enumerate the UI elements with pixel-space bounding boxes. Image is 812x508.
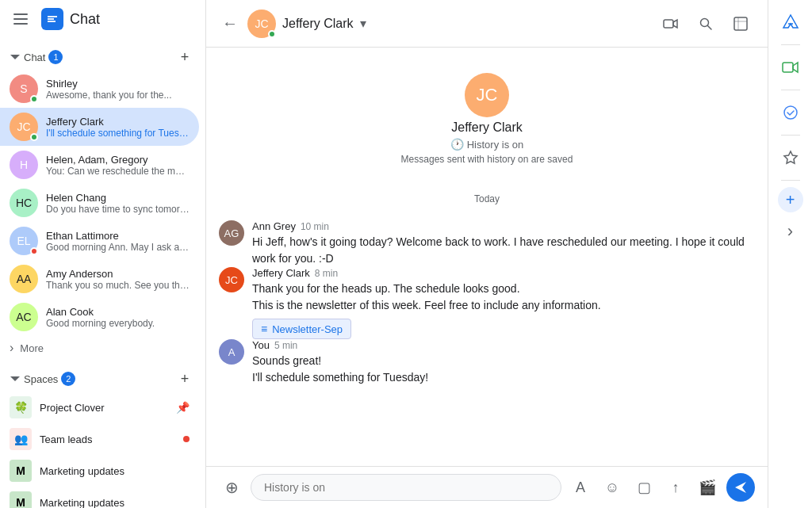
chat-section-toggle[interactable]: Chat 1 (10, 50, 63, 64)
space-actions (183, 436, 190, 442)
spaces-section-badge: 2 (61, 372, 75, 386)
attachment-chip-icon: ≡ (261, 323, 267, 335)
online-dot (30, 95, 38, 103)
emoji-button[interactable]: ☺ (599, 475, 625, 500)
send-button[interactable] (726, 473, 755, 502)
message-avatar: A (219, 339, 244, 365)
spaces-section-add[interactable]: + (174, 368, 196, 390)
message-avatar: JC (219, 267, 244, 292)
message-header: Jeffery Clark 8 min (252, 267, 755, 279)
spaces-section-title: Spaces (24, 373, 58, 385)
attachment-chip[interactable]: ≡ Newsletter-Sep (252, 319, 351, 339)
chat-item-jeffery[interactable]: JC Jeffery Clark I'll schedule something… (0, 108, 199, 146)
format-text-button[interactable]: A (568, 475, 593, 500)
chat-items-list: S Shirley Awesome, thank you for the... … (0, 70, 205, 336)
chat-name: Ethan Lattimore (46, 230, 190, 242)
right-sidebar-add-button[interactable]: + (778, 187, 803, 212)
space-item-team-leads[interactable]: 👥 Team leads (0, 423, 199, 455)
chat-more-label: More (20, 342, 44, 354)
message-input[interactable] (251, 474, 561, 501)
chat-section-badge: 1 (48, 50, 63, 64)
message-content: Ann Grey 10 min Hi Jeff, how's it going … (252, 220, 755, 267)
message-content: Jeffery Clark 8 min Thank you for the he… (252, 267, 755, 339)
video-message-button[interactable]: 🎬 (695, 475, 720, 500)
app-logo (41, 8, 63, 30)
tasks-icon[interactable] (775, 97, 806, 128)
avatar: AC (10, 303, 38, 331)
chat-name: Amy Anderson (46, 268, 190, 280)
message-avatar: AG (219, 220, 244, 246)
right-sidebar-more-button[interactable]: › (775, 216, 806, 247)
svg-rect-6 (734, 17, 747, 30)
contact-name-chevron-icon[interactable]: ▾ (360, 16, 366, 31)
chat-item-alan[interactable]: AC Alan Cook Good morning everybody. (0, 298, 199, 336)
starred-icon[interactable] (775, 142, 806, 174)
space-name: Project Clover (40, 402, 168, 414)
svg-rect-4 (664, 20, 673, 28)
chat-info: Shirley Awesome, thank you for the... (46, 78, 190, 101)
chat-preview: Thank you so much. See you there. (46, 280, 190, 291)
chat-item-amy[interactable]: AA Amy Anderson Thank you so much. See y… (0, 260, 199, 298)
message-text: Thank you for the heads up. The schedule… (252, 281, 755, 314)
online-dot (30, 133, 38, 141)
space-icon: M (10, 460, 32, 482)
contact-avatar: JC (247, 10, 276, 38)
chevron-down-icon: › (10, 341, 13, 355)
history-label: History is on (467, 139, 524, 151)
chat-info: Helen Chang Do you have time to sync tom… (46, 192, 190, 215)
chat-preview: I'll schedule something for Tuesday! (46, 128, 190, 139)
right-sidebar-divider-1 (781, 44, 800, 45)
message-content: You 5 min Sounds great!I'll schedule som… (252, 339, 755, 386)
avatar: S (10, 74, 38, 103)
space-item-marketing-1[interactable]: M Marketing updates (0, 455, 199, 487)
video-call-button[interactable] (657, 10, 685, 38)
attachment-chip-label: Newsletter-Sep (272, 323, 343, 335)
spaces-section-toggle[interactable]: Spaces 2 (10, 372, 75, 386)
chat-preview: Good morning Ann. May I ask a question? (46, 242, 190, 253)
chat-name: Jeffery Clark (46, 116, 190, 128)
svg-rect-2 (13, 23, 28, 25)
pin-icon: 📌 (176, 401, 190, 414)
attachment-button[interactable]: ▢ (631, 475, 657, 500)
space-item-project-clover[interactable]: 🍀 Project Clover 📌 (0, 392, 199, 423)
avatar: H (10, 151, 38, 179)
space-name: Team leads (40, 434, 175, 445)
drive-icon[interactable] (775, 6, 806, 38)
chat-section-header: Chat 1 + (0, 41, 205, 70)
message-header: You 5 min (252, 339, 755, 351)
chat-section-add[interactable]: + (174, 46, 196, 68)
avatar: HC (10, 189, 38, 217)
chat-item-helen-chang[interactable]: HC Helen Chang Do you have time to sync … (0, 184, 199, 222)
space-item-marketing-2[interactable]: M Marketing updates (0, 487, 199, 508)
messages-list: AG Ann Grey 10 min Hi Jeff, how's it goi… (219, 220, 755, 386)
chat-item-shirley[interactable]: S Shirley Awesome, thank you for the... (0, 70, 199, 108)
chat-item-ethan[interactable]: EL Ethan Lattimore Good morning Ann. May… (0, 222, 199, 260)
spaces-items-list: 🍀 Project Clover 📌 👥 Team leads M Market… (0, 392, 205, 508)
app-title: Chat (70, 11, 100, 28)
online-status-dot (268, 30, 276, 38)
chat-info: Ethan Lattimore Good morning Ann. May I … (46, 230, 190, 253)
upload-button[interactable]: ↑ (663, 475, 688, 500)
chat-name: Helen Chang (46, 192, 190, 204)
history-clock-icon: 🕐 (450, 138, 464, 151)
message-time: 8 min (315, 268, 338, 279)
spaces-section-header: Spaces 2 + (0, 363, 205, 392)
attach-button[interactable]: ⊕ (219, 475, 244, 500)
search-chat-button[interactable] (691, 10, 720, 38)
message-sender: Ann Grey (252, 220, 296, 232)
chat-item-helen-group[interactable]: H Helen, Adam, Gregory You: Can we resch… (0, 146, 199, 184)
back-button[interactable]: ← (219, 11, 241, 36)
chat-more-button[interactable]: › More (0, 336, 205, 360)
meet-icon[interactable] (775, 52, 806, 83)
expand-button[interactable] (726, 10, 755, 38)
svg-rect-7 (783, 63, 793, 72)
space-icon: 🍀 (10, 396, 32, 418)
svg-rect-0 (13, 13, 28, 15)
space-icon: 👥 (10, 428, 32, 450)
chat-preview: Awesome, thank you for the... (46, 90, 190, 101)
chat-info: Helen, Adam, Gregory You: Can we resched… (46, 154, 190, 177)
svg-point-8 (784, 106, 797, 119)
space-icon: M (10, 491, 32, 508)
chat-name: Helen, Adam, Gregory (46, 154, 190, 166)
menu-icon[interactable] (6, 5, 35, 33)
